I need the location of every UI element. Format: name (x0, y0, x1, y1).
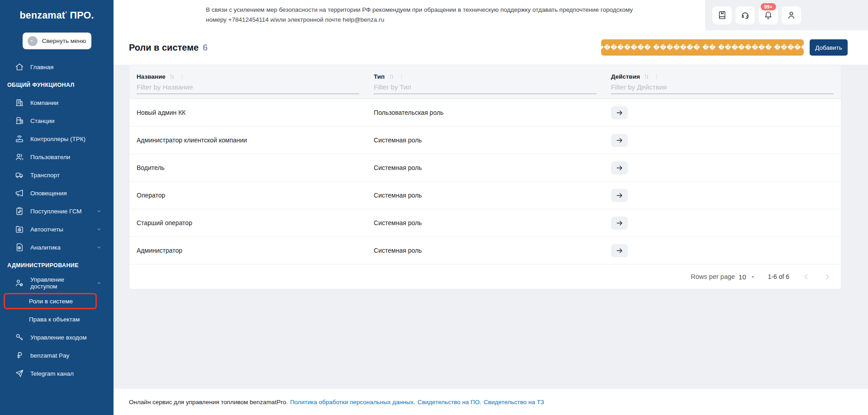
footer: Онлайн сервис для управления топливом be… (114, 389, 868, 415)
sidebar-item-12[interactable]: Управление доступом (0, 274, 114, 292)
docs-button[interactable] (712, 6, 732, 24)
send-icon (15, 369, 24, 378)
sidebar-item-3[interactable]: Станции (0, 112, 114, 130)
role-type: Системная роль (366, 137, 603, 144)
sort-icon[interactable] (643, 73, 650, 80)
page-header: Роли в системе 6 ���������� ������� �� �… (114, 30, 868, 65)
sidebar-item-16[interactable]: benzamat Pay (0, 346, 114, 364)
role-type: Системная роль (366, 247, 603, 254)
sidebar-item-14[interactable]: Права к объектам (0, 310, 114, 328)
fuel-intake-icon (15, 207, 24, 216)
collapse-menu-button[interactable]: Свернуть меню (23, 33, 91, 49)
sidebar-item-0[interactable]: Главная (0, 58, 114, 76)
open-role-button[interactable] (611, 134, 628, 147)
table-header-col-0: Название (129, 71, 366, 99)
previous-page-button[interactable] (802, 272, 811, 281)
sidebar-item-6[interactable]: Транспорт (0, 166, 114, 184)
sidebar-item-15[interactable]: Управление входом (0, 328, 114, 346)
notification-badge: 99+ (760, 3, 776, 10)
sidebar-item-7[interactable]: Оповещения (0, 184, 114, 202)
rows-per-page-select[interactable]: Rows per page 10 (691, 273, 755, 281)
chevron-down-icon (96, 226, 102, 232)
sidebar-item-13[interactable]: Роли в системе (0, 292, 114, 310)
sidebar-item-5[interactable]: Пользователи (0, 148, 114, 166)
sidebar-item-17[interactable]: Telegram канал (0, 364, 114, 382)
table-row-5: Администратор Системная роль (129, 237, 841, 264)
headset-icon (740, 10, 750, 20)
kebab-menu-icon[interactable] (653, 73, 660, 80)
chevron-down-icon (96, 208, 102, 214)
notifications-button[interactable]: 99+ (759, 6, 778, 24)
filter-input-0[interactable] (137, 82, 359, 94)
sidebar-item-label: benzamat Pay (30, 352, 69, 359)
megaphone-icon (15, 189, 24, 198)
column-label: Название (137, 73, 166, 80)
footer-link-0[interactable]: Политика обработки персональных данных. (290, 399, 415, 406)
sidebar-menu: ГлавнаяОБЩИЙ ФУНКЦИОНАЛКомпанииСтанцииКо… (0, 58, 114, 382)
support-button[interactable] (735, 6, 755, 24)
open-role-button[interactable] (611, 189, 628, 202)
station-icon (15, 116, 24, 125)
sidebar-item-8[interactable]: Поступление ГСМ (0, 202, 114, 220)
app-logo: benzamat° ПРО. (0, 10, 114, 21)
sidebar-item-9[interactable]: Автоотчеты (0, 220, 114, 238)
footer-link-1[interactable]: Свидетельство на ПО. (417, 399, 481, 406)
next-page-button[interactable] (823, 272, 832, 281)
home-icon (15, 62, 24, 71)
table-header: Название Тип (129, 65, 841, 99)
sidebar-item-10[interactable]: Аналитика (0, 238, 114, 256)
footer-link-2[interactable]: Свидетельство на ТЗ (484, 399, 544, 406)
bell-icon (764, 10, 773, 20)
auto-reports-icon (15, 225, 24, 234)
sidebar-item-label: Управление доступом (30, 276, 90, 290)
sort-icon[interactable] (169, 73, 175, 80)
table-row-0: Новый админ КК Пользовательская роль (129, 99, 841, 127)
topbar-actions: 99+ (705, 0, 868, 30)
pagination: Rows per page 10 1-6 of 6 (129, 264, 841, 289)
filter-input-2[interactable] (611, 82, 834, 94)
open-role-button[interactable] (611, 217, 628, 230)
sidebar-item-label: Пользователи (30, 154, 70, 160)
sort-icon[interactable] (388, 73, 395, 80)
open-role-button[interactable] (611, 244, 628, 257)
chevron-left-icon (802, 272, 811, 281)
sidebar-item-2[interactable]: Компании (0, 94, 114, 112)
footer-links: Политика обработки персональных данных.С… (288, 399, 544, 406)
content-area: Название Тип (114, 65, 868, 389)
rows-per-page-label: Rows per page (691, 273, 735, 280)
sidebar-item-label: Поступление ГСМ (30, 208, 82, 215)
column-label: Тип (374, 73, 384, 80)
sidebar-item-4[interactable]: Контроллеры (ТРК) (0, 130, 114, 148)
table-header-col-2: Действия (604, 71, 841, 99)
sidebar-item-label: Роли в системе (29, 298, 73, 305)
masked-selector-button[interactable]: ���������� ������� �� �������� ������� (601, 39, 804, 56)
role-type: Пользовательская роль (366, 109, 603, 116)
arrow-right-icon (616, 109, 623, 117)
open-role-button[interactable] (611, 106, 628, 119)
open-role-button[interactable] (611, 161, 628, 174)
truck-icon (15, 170, 24, 179)
ruble-icon (15, 351, 24, 360)
kebab-menu-icon[interactable] (179, 73, 185, 80)
role-name: Администратор клиентской компании (129, 137, 366, 144)
book-icon (717, 10, 727, 20)
page-title: Роли в системе (129, 42, 199, 53)
sidebar-item-label: Права к объектам (29, 316, 80, 323)
column-label: Действия (611, 73, 640, 80)
sidebar-section-1: ОБЩИЙ ФУНКЦИОНАЛ (0, 76, 114, 94)
kebab-menu-icon[interactable] (398, 73, 405, 80)
add-role-button[interactable]: Добавить (810, 39, 848, 56)
controller-icon (15, 134, 24, 143)
table-row-1: Администратор клиентской компании Систем… (129, 127, 841, 154)
chevron-down-icon (96, 244, 102, 250)
table-row-4: Старший оператор Системная роль (129, 209, 841, 237)
chevron-up-icon (96, 280, 102, 286)
topbar: В связи с усилением мер безопасности на … (114, 0, 868, 30)
collapse-menu-label: Свернуть меню (42, 38, 86, 44)
filter-input-1[interactable] (374, 82, 596, 94)
profile-button[interactable] (782, 6, 801, 24)
roles-count: 6 (203, 42, 208, 53)
arrow-left-icon (28, 36, 38, 46)
role-type: Системная роль (366, 219, 603, 226)
table-row-2: Водитель Системная роль (129, 154, 841, 182)
